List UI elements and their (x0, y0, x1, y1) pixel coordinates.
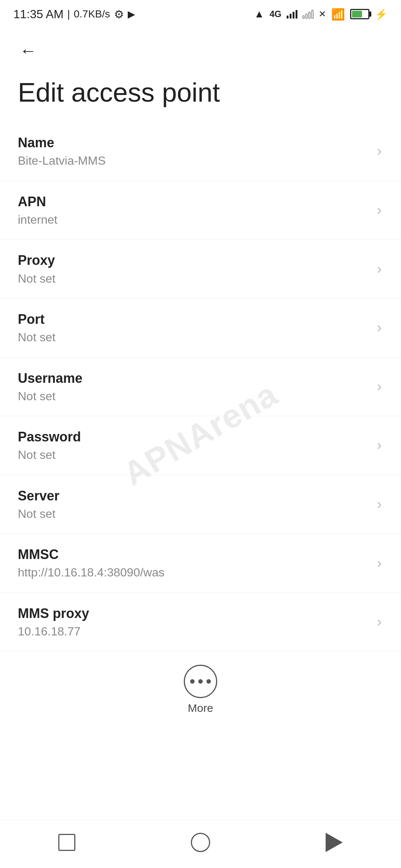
settings-item-password-content: Password Not set (18, 429, 369, 462)
settings-item-name-content: Name Bite-Latvia-MMS (18, 135, 369, 168)
more-dot-2 (198, 679, 203, 684)
bluetooth-icon: ▲ (254, 8, 264, 20)
back-nav-icon (326, 833, 343, 852)
chevron-right-icon-apn: › (377, 202, 382, 218)
settings-item-server-value: Not set (18, 507, 369, 521)
chevron-right-icon-password: › (377, 437, 382, 453)
network-speed-value: 0.7KB/s (74, 8, 110, 20)
settings-item-port-value: Not set (18, 330, 369, 344)
settings-item-port[interactable]: Port Not set › (0, 299, 401, 358)
nav-home-button[interactable] (186, 828, 215, 857)
settings-item-proxy-content: Proxy Not set (18, 252, 369, 286)
home-icon (191, 833, 210, 852)
settings-item-name-label: Name (18, 135, 369, 151)
back-button[interactable]: ← (15, 37, 42, 64)
more-button[interactable] (184, 665, 217, 698)
settings-item-name[interactable]: Name Bite-Latvia-MMS › (0, 122, 401, 181)
settings-item-password-label: Password (18, 429, 369, 445)
settings-item-username[interactable]: Username Not set › (0, 358, 401, 417)
more-button-label: More (188, 702, 213, 714)
settings-item-name-value: Bite-Latvia-MMS (18, 154, 369, 168)
settings-item-server-content: Server Not set (18, 488, 369, 521)
settings-item-username-value: Not set (18, 389, 369, 403)
settings-item-mms-proxy-content: MMS proxy 10.16.18.77 (18, 605, 369, 639)
settings-icon: ⚙ (114, 8, 124, 21)
more-dot-1 (190, 679, 195, 684)
settings-item-port-label: Port (18, 311, 369, 327)
chevron-right-icon-username: › (377, 379, 382, 395)
network-speed: | (67, 8, 70, 20)
status-left: 11:35 AM | 0.7KB/s ⚙ ▶ (13, 7, 135, 21)
settings-item-server-label: Server (18, 488, 369, 504)
settings-item-mms-proxy[interactable]: MMS proxy 10.16.18.77 › (0, 593, 401, 652)
settings-list: Name Bite-Latvia-MMS › APN internet › Pr… (0, 122, 401, 651)
settings-item-proxy-value: Not set (18, 272, 369, 286)
signal-bars-1 (287, 10, 297, 19)
settings-item-mms-proxy-value: 10.16.18.77 (18, 624, 369, 638)
settings-item-apn-content: APN internet (18, 194, 369, 227)
settings-item-server[interactable]: Server Not set › (0, 475, 401, 534)
settings-item-proxy[interactable]: Proxy Not set › (0, 240, 401, 299)
recent-apps-icon (58, 834, 75, 851)
chevron-right-icon-name: › (377, 143, 382, 159)
chevron-right-icon-server: › (377, 496, 382, 512)
settings-item-username-label: Username (18, 370, 369, 386)
settings-item-proxy-label: Proxy (18, 252, 369, 268)
no-signal-icon: ✕ (319, 9, 326, 19)
status-bar: 11:35 AM | 0.7KB/s ⚙ ▶ ▲ 4G (0, 0, 401, 27)
chevron-right-icon-mmsc: › (377, 555, 382, 571)
page-title-area: Edit access point (0, 68, 401, 122)
settings-item-apn-value: internet (18, 213, 369, 227)
chevron-right-icon-mms-proxy: › (377, 614, 382, 630)
nav-recent-apps-button[interactable] (52, 828, 82, 857)
settings-item-mmsc-label: MMSC (18, 546, 369, 562)
bottom-nav (0, 820, 401, 868)
back-arrow-icon: ← (20, 42, 37, 59)
more-dot-3 (206, 679, 211, 684)
battery-lightning: ⚡ (375, 8, 388, 20)
page-title: Edit access point (18, 78, 383, 107)
battery-fill (352, 11, 362, 17)
settings-item-mmsc-content: MMSC http://10.16.18.4:38090/was (18, 546, 369, 580)
wifi-icon: 📶 (331, 8, 345, 21)
settings-item-apn[interactable]: APN internet › (0, 181, 401, 240)
more-dots-icon (190, 679, 211, 684)
status-right: ▲ 4G ✕ 📶 ⚡ (254, 8, 388, 21)
settings-item-port-content: Port Not set (18, 311, 369, 345)
settings-item-password-value: Not set (18, 448, 369, 462)
chevron-right-icon-port: › (377, 320, 382, 336)
settings-item-mmsc-value: http://10.16.18.4:38090/was (18, 565, 369, 579)
chevron-right-icon-proxy: › (377, 261, 382, 277)
video-icon: ▶ (128, 9, 135, 20)
back-button-area: ← (0, 27, 401, 68)
more-button-area: More (0, 651, 401, 722)
settings-item-password[interactable]: Password Not set › (0, 416, 401, 475)
battery-icon (350, 9, 369, 19)
settings-item-username-content: Username Not set (18, 370, 369, 404)
settings-item-mms-proxy-label: MMS proxy (18, 605, 369, 621)
network-type: 4G (270, 9, 281, 19)
signal-bars-2 (303, 10, 313, 19)
settings-item-apn-label: APN (18, 194, 369, 210)
nav-back-button[interactable] (319, 828, 349, 857)
time-display: 11:35 AM (13, 7, 63, 21)
settings-item-mmsc[interactable]: MMSC http://10.16.18.4:38090/was › (0, 534, 401, 593)
